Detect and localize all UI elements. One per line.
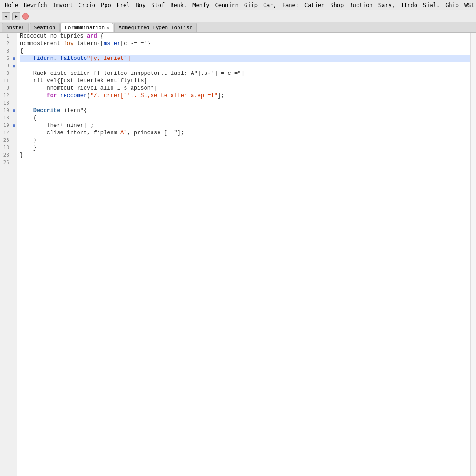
tab-nnstel[interactable]: nnstel bbox=[2, 23, 29, 32]
code-editor[interactable]: Reccocut no tupries and { nomnosterent f… bbox=[17, 33, 470, 476]
menu-crpio[interactable]: Crpio bbox=[76, 1, 98, 9]
menu-wsi[interactable]: WSI bbox=[462, 1, 476, 9]
code-line-11: rit vel{[ust teteriek entiftyrits] bbox=[20, 77, 470, 85]
gutter-row-13b: 13 bbox=[0, 114, 17, 122]
line-num-13a: 13 bbox=[0, 99, 11, 107]
menu-ppo[interactable]: Ppo bbox=[98, 1, 114, 9]
gutter-row-13c: 13 bbox=[0, 144, 17, 152]
menu-imvort[interactable]: Imvort bbox=[50, 1, 75, 9]
menu-erel[interactable]: Erel bbox=[114, 1, 133, 9]
menu-stof[interactable]: Stof bbox=[148, 1, 167, 9]
code-line-12: for reccomer("/. crrer["'.. St,selte all… bbox=[20, 92, 470, 99]
vertical-scrollbar[interactable] bbox=[470, 33, 476, 476]
tab-label-admegltred: Admegltred Typen Toplisr bbox=[119, 25, 192, 31]
gutter-icon-19b: ■ bbox=[11, 122, 17, 129]
line-num-11: 11 bbox=[0, 77, 11, 85]
menu-boy[interactable]: Boy bbox=[133, 1, 149, 9]
menu-giip[interactable]: Giip bbox=[241, 1, 260, 9]
gutter-row-9a: 9 ■ bbox=[0, 62, 17, 70]
toolbar-btn-1[interactable]: ◀ bbox=[2, 12, 10, 20]
tab-admegltred[interactable]: Admegltred Typen Toplisr bbox=[114, 23, 197, 32]
code-line-19b: Ther+ niner[ ; bbox=[20, 122, 470, 129]
line-num-25: 25 bbox=[0, 159, 11, 166]
gutter-row-0: 0 bbox=[0, 70, 17, 77]
tab-formmmination[interactable]: Formmmination ✕ bbox=[60, 23, 113, 32]
menu-buction[interactable]: Buction bbox=[346, 1, 376, 9]
line-num-1: 1 bbox=[0, 33, 11, 40]
menu-hole[interactable]: Hole bbox=[2, 1, 21, 9]
code-line-23: } bbox=[20, 137, 470, 144]
gutter-row-12b: 12 bbox=[0, 129, 17, 137]
line-num-0: 0 bbox=[0, 70, 11, 77]
line-num-6: 6 bbox=[0, 55, 11, 62]
menu-menfy[interactable]: Menfy bbox=[190, 1, 212, 9]
menu-benk[interactable]: Benk. bbox=[167, 1, 190, 9]
gutter-row-23: 23 bbox=[0, 137, 17, 144]
menu-car[interactable]: Car, bbox=[260, 1, 279, 9]
menu-cennirn[interactable]: Cennirn bbox=[212, 1, 241, 9]
gutter-row-11: 11 bbox=[0, 77, 17, 85]
line-num-3: 3 bbox=[0, 47, 11, 55]
code-line-2: nomnosterent foy tatern·[msler[c -= ="} bbox=[20, 40, 470, 47]
gutter-row-28: 28 bbox=[0, 152, 17, 159]
code-line-19a: Deccrite ilern"{ bbox=[20, 107, 470, 114]
gutter-row-25: 25 bbox=[0, 159, 17, 166]
toolbar-btn-2[interactable]: ▶ bbox=[12, 12, 20, 20]
code-line-28: } bbox=[20, 152, 470, 159]
gutter-row-19a: 19 ■ bbox=[0, 107, 17, 114]
gutter-row-12: 12 bbox=[0, 92, 17, 99]
line-num-13c: 13 bbox=[0, 144, 11, 152]
menu-ghip[interactable]: Ghip bbox=[443, 1, 462, 9]
line-num-2: 2 bbox=[0, 40, 11, 47]
gutter-row-19b: 19 ■ bbox=[0, 122, 17, 129]
line-gutter: 1 2 3 6 ■ 9 ■ 0 11 bbox=[0, 33, 17, 476]
menu-fane[interactable]: Fane: bbox=[279, 1, 302, 9]
gutter-row-13a: 13 bbox=[0, 99, 17, 107]
code-line-12b: clise intort, fiplenm A", princase [ ="]… bbox=[20, 129, 470, 137]
gutter-row-6: 6 ■ bbox=[0, 55, 17, 62]
tab-label-seation: Seation bbox=[34, 25, 55, 31]
gutter-row-9b: 9 bbox=[0, 85, 17, 92]
menu-bewrfch[interactable]: Bewrfch bbox=[21, 1, 50, 9]
tab-label-formmmination: Formmmination bbox=[65, 25, 105, 31]
menu-bar: Hole Bewrfch Imvort Crpio Ppo Erel Boy S… bbox=[0, 0, 476, 10]
code-line-1: Reccocut no tupries and { bbox=[20, 33, 470, 40]
code-line-13b: { bbox=[20, 114, 470, 122]
line-num-9b: 9 bbox=[0, 85, 11, 92]
gutter-icon-9a: ■ bbox=[11, 62, 17, 70]
code-line-6: fidurn. faltouto"[y, leriet"] bbox=[20, 55, 470, 62]
line-num-19b: 19 bbox=[0, 122, 11, 129]
toolbar: ◀ ▶ bbox=[0, 10, 476, 22]
menu-catien[interactable]: Catien bbox=[302, 1, 327, 9]
code-line-3: { bbox=[20, 47, 470, 55]
line-num-13b: 13 bbox=[0, 114, 11, 122]
gutter-row-3: 3 bbox=[0, 47, 17, 55]
line-num-19a: 19 bbox=[0, 107, 11, 114]
code-line-25 bbox=[20, 159, 470, 166]
gutter-row-2: 2 bbox=[0, 40, 17, 47]
editor-container: 1 2 3 6 ■ 9 ■ 0 11 bbox=[0, 33, 476, 476]
gutter-icon-19a: ■ bbox=[11, 107, 17, 114]
code-line-13a bbox=[20, 99, 470, 107]
toolbar-btn-3[interactable] bbox=[22, 13, 29, 20]
menu-shop[interactable]: Shop bbox=[327, 1, 346, 9]
line-num-23: 23 bbox=[0, 137, 11, 144]
code-line-9b: nnomteut riovel alld l s apison"] bbox=[20, 85, 470, 92]
code-line-0: Rack ciste seller ff toriteo innppotor.t… bbox=[20, 70, 470, 77]
menu-sary[interactable]: Sary, bbox=[376, 1, 398, 9]
code-line-9a bbox=[20, 62, 470, 70]
tab-label-nnstel: nnstel bbox=[6, 25, 25, 31]
gutter-icon-6: ■ bbox=[11, 55, 17, 62]
tab-seation[interactable]: Seation bbox=[30, 23, 60, 32]
menu-sial[interactable]: Sial. bbox=[420, 1, 443, 9]
tab-bar: nnstel Seation Formmmination ✕ Admegltre… bbox=[0, 22, 476, 33]
line-num-9a: 9 bbox=[0, 62, 11, 70]
tab-close-formmmination[interactable]: ✕ bbox=[106, 25, 109, 30]
line-num-28: 28 bbox=[0, 152, 11, 159]
line-num-12b: 12 bbox=[0, 129, 11, 137]
menu-iindo[interactable]: IIndo bbox=[398, 1, 420, 9]
code-line-13c: } bbox=[20, 144, 470, 152]
line-num-12: 12 bbox=[0, 92, 11, 99]
gutter-row-1: 1 bbox=[0, 33, 17, 40]
